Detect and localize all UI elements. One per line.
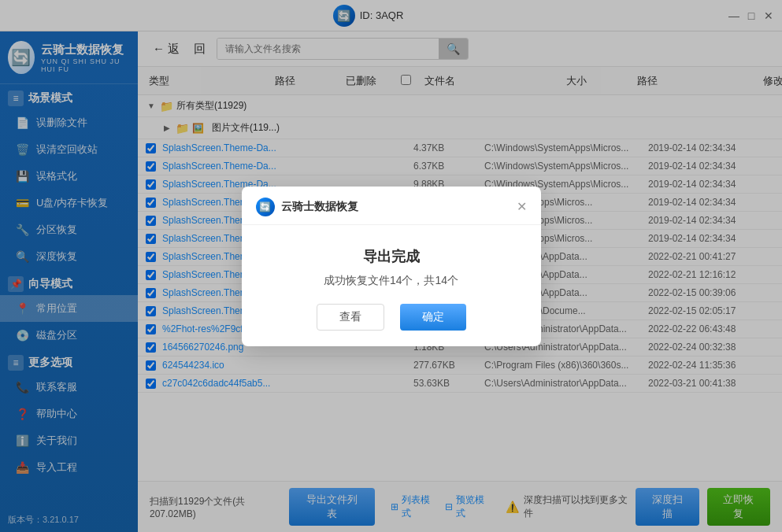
modal-footer: 查看 确定	[242, 304, 541, 346]
modal-box: 🔄 云骑士数据恢复 ✕ 导出完成 成功恢复文件14个，共14个 查看 确定	[242, 187, 541, 346]
modal-title: 云骑士数据恢复	[281, 200, 358, 214]
modal-view-btn[interactable]: 查看	[317, 304, 384, 331]
modal-sub-text: 成功恢复文件14个，共14个	[258, 274, 525, 288]
modal-main-text: 导出完成	[258, 247, 525, 266]
modal-body: 导出完成 成功恢复文件14个，共14个	[242, 225, 541, 304]
modal-logo: 🔄	[256, 198, 275, 216]
modal-confirm-btn[interactable]: 确定	[400, 304, 466, 331]
modal-header: 🔄 云骑士数据恢复 ✕	[242, 187, 541, 225]
modal-overlay: 🔄 云骑士数据恢复 ✕ 导出完成 成功恢复文件14个，共14个 查看 确定	[0, 0, 782, 532]
modal-close-btn[interactable]: ✕	[517, 199, 527, 214]
